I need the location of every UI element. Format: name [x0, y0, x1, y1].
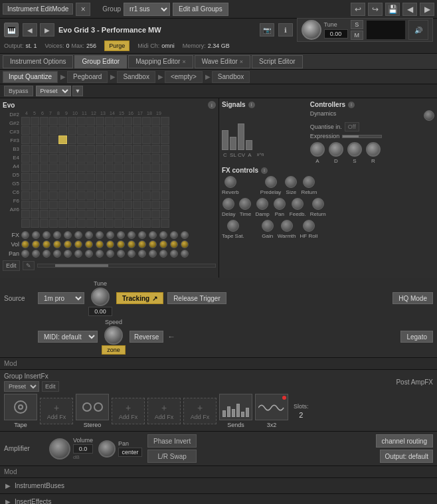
info-icon[interactable]: ℹ [278, 23, 293, 37]
fx-knob[interactable] [96, 231, 104, 239]
warmth-knob[interactable] [281, 220, 293, 232]
reverse-button[interactable]: Reverse [130, 331, 163, 343]
grid-cell[interactable] [31, 191, 39, 200]
grid-cell[interactable] [133, 117, 141, 126]
grid-cell[interactable] [49, 126, 58, 135]
grid-cell[interactable] [58, 201, 67, 209]
speaker-icon[interactable]: 🔊 [408, 20, 428, 40]
tune-knob[interactable] [302, 20, 321, 40]
pan-knob[interactable] [159, 250, 167, 258]
grid-cell[interactable] [142, 219, 151, 228]
grid-cell[interactable] [133, 201, 141, 209]
grid-cell[interactable] [114, 145, 123, 153]
grid-cell[interactable] [86, 210, 95, 218]
grid-cell[interactable] [151, 135, 160, 144]
vol-knob[interactable] [53, 240, 61, 248]
vol-knob[interactable] [96, 240, 104, 248]
phase-invert-button[interactable]: Phase Invert [147, 434, 197, 448]
grid-cell[interactable] [142, 117, 151, 126]
grid-cell[interactable] [40, 210, 48, 218]
grid-cell[interactable] [40, 201, 48, 209]
grid-cell[interactable] [161, 201, 169, 209]
grid-cell[interactable] [151, 117, 160, 126]
grid-cell[interactable] [86, 145, 95, 153]
grid-cell[interactable] [142, 191, 151, 200]
grid-cell[interactable] [77, 173, 86, 181]
group-fx-edit-button[interactable]: Edit [42, 381, 59, 392]
grid-cell[interactable] [96, 126, 104, 135]
time-knob[interactable] [239, 198, 251, 210]
edit-all-groups-button[interactable]: Edit all Groups [173, 3, 228, 16]
grid-cell[interactable] [124, 201, 132, 209]
sub-tab-input-quantize[interactable]: Input Quantize [3, 71, 58, 83]
grid-cell[interactable] [114, 201, 123, 209]
pan-knob[interactable] [96, 250, 104, 258]
grid-cell[interactable] [21, 173, 30, 181]
evo-info-icon[interactable]: i [208, 101, 216, 109]
fx-knob[interactable] [138, 231, 146, 239]
sub-tab-empty[interactable]: <empty> [165, 71, 203, 83]
grid-cell[interactable] [86, 135, 95, 144]
grid-cell[interactable] [161, 210, 169, 218]
grid-cell[interactable] [142, 154, 151, 163]
redo-icon[interactable]: ↪ [368, 3, 383, 16]
grid-cell[interactable] [49, 182, 58, 191]
add-fx-button-3[interactable]: + Add Fx [147, 398, 181, 424]
grid-cell[interactable] [105, 210, 114, 218]
grid-cell[interactable] [40, 126, 48, 135]
grid-cell[interactable] [133, 154, 141, 163]
grid-cell[interactable] [151, 210, 160, 218]
vol-knob[interactable] [128, 240, 135, 248]
add-fx-button-2[interactable]: + Add Fx [112, 398, 145, 424]
grid-cell[interactable] [86, 182, 95, 191]
vol-knob[interactable] [159, 240, 167, 248]
grid-cell[interactable] [49, 219, 58, 228]
grid-cell[interactable] [21, 201, 30, 209]
grid-cell[interactable] [133, 219, 141, 228]
grid-cell[interactable] [58, 219, 67, 228]
grid-cell[interactable] [142, 173, 151, 181]
grid-cell[interactable] [31, 210, 39, 218]
grid-cell[interactable] [142, 135, 151, 144]
grid-cell[interactable] [58, 163, 67, 172]
grid-cell[interactable] [105, 145, 114, 153]
dynamics-knob[interactable] [424, 110, 434, 121]
volume-knob[interactable] [49, 438, 70, 460]
grid-cell[interactable] [31, 145, 39, 153]
fx-knob[interactable] [170, 231, 178, 239]
grid-cell[interactable] [40, 173, 48, 181]
grid-cell[interactable] [21, 182, 30, 191]
grid-cell[interactable] [31, 163, 39, 172]
pan-knob[interactable] [21, 250, 29, 258]
grid-cell[interactable] [96, 219, 104, 228]
grid-cell[interactable] [124, 163, 132, 172]
grid-cell[interactable] [114, 173, 123, 181]
add-fx-button-1[interactable]: + Add Fx [40, 398, 73, 424]
stereo-fx-box[interactable] [76, 394, 109, 420]
vol-knob[interactable] [106, 240, 114, 248]
pan-knob[interactable] [85, 250, 93, 258]
close-icon[interactable]: × [76, 3, 90, 16]
grid-cell[interactable] [133, 210, 141, 218]
grid-cell[interactable] [40, 154, 48, 163]
grid-cell[interactable] [77, 219, 86, 228]
grid-cell[interactable] [114, 126, 123, 135]
grid-cell[interactable] [124, 210, 132, 218]
vol-knob[interactable] [117, 240, 125, 248]
grid-cell[interactable] [68, 201, 76, 209]
pan-knob[interactable] [117, 250, 125, 258]
grid-cell[interactable] [96, 154, 104, 163]
pan-knob[interactable] [64, 250, 72, 258]
grid-cell[interactable] [58, 126, 67, 135]
grid-cell[interactable] [133, 182, 141, 191]
grid-cell[interactable] [133, 173, 141, 181]
damp-knob[interactable] [256, 198, 268, 210]
grid-cell[interactable] [40, 135, 48, 144]
output-button[interactable]: Output: default [380, 450, 433, 463]
vol-knob[interactable] [64, 240, 72, 248]
grid-cell[interactable] [105, 154, 114, 163]
grid-cell[interactable] [142, 182, 151, 191]
grid-cell[interactable] [86, 201, 95, 209]
mapping-close-icon[interactable]: × [182, 58, 185, 65]
grid-cell[interactable] [40, 191, 48, 200]
